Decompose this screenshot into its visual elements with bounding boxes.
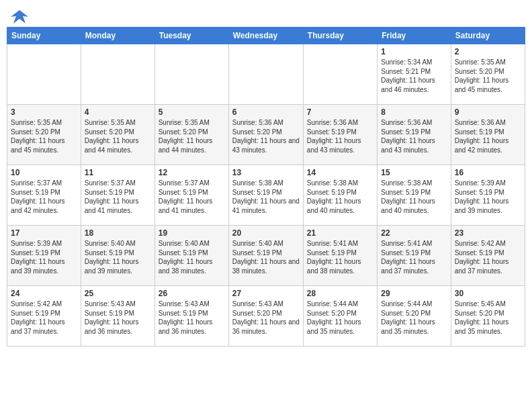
weekday-header: Friday <box>378 28 451 44</box>
day-number: 3 <box>11 107 77 117</box>
day-number: 12 <box>159 168 225 177</box>
day-info: Sunrise: 5:36 AM Sunset: 5:19 PM Dayligh… <box>455 118 521 154</box>
weekday-header: Tuesday <box>154 28 228 44</box>
day-number: 24 <box>11 289 77 298</box>
day-number: 22 <box>381 228 447 238</box>
calendar-day-cell <box>154 44 228 105</box>
day-number: 1 <box>381 47 447 56</box>
day-number: 17 <box>11 228 77 238</box>
day-info: Sunrise: 5:35 AM Sunset: 5:20 PM Dayligh… <box>85 118 151 154</box>
calendar-day-cell: 4Sunrise: 5:35 AM Sunset: 5:20 PM Daylig… <box>81 105 154 165</box>
day-number: 8 <box>381 107 447 117</box>
weekday-header: Sunday <box>7 28 81 44</box>
day-info: Sunrise: 5:36 AM Sunset: 5:20 PM Dayligh… <box>232 118 300 154</box>
day-info: Sunrise: 5:38 AM Sunset: 5:19 PM Dayligh… <box>307 179 373 215</box>
calendar-day-cell: 19Sunrise: 5:40 AM Sunset: 5:19 PM Dayli… <box>154 226 228 286</box>
calendar-day-cell <box>7 44 81 105</box>
weekday-header: Monday <box>81 28 154 44</box>
day-info: Sunrise: 5:37 AM Sunset: 5:19 PM Dayligh… <box>11 179 77 215</box>
calendar-day-cell: 30Sunrise: 5:45 AM Sunset: 5:20 PM Dayli… <box>451 286 525 347</box>
weekday-header: Wednesday <box>228 28 303 44</box>
calendar-week-row: 3Sunrise: 5:35 AM Sunset: 5:20 PM Daylig… <box>7 105 525 165</box>
day-info: Sunrise: 5:45 AM Sunset: 5:20 PM Dayligh… <box>455 300 521 336</box>
day-info: Sunrise: 5:35 AM Sunset: 5:20 PM Dayligh… <box>11 118 77 154</box>
calendar-day-cell: 21Sunrise: 5:41 AM Sunset: 5:19 PM Dayli… <box>303 226 377 286</box>
calendar-day-cell: 8Sunrise: 5:36 AM Sunset: 5:19 PM Daylig… <box>378 105 451 165</box>
day-info: Sunrise: 5:43 AM Sunset: 5:20 PM Dayligh… <box>232 300 300 336</box>
day-info: Sunrise: 5:38 AM Sunset: 5:19 PM Dayligh… <box>381 179 447 215</box>
weekday-header: Thursday <box>303 28 377 44</box>
calendar-day-cell: 12Sunrise: 5:37 AM Sunset: 5:19 PM Dayli… <box>154 165 228 226</box>
calendar-day-cell: 18Sunrise: 5:40 AM Sunset: 5:19 PM Dayli… <box>81 226 154 286</box>
day-info: Sunrise: 5:44 AM Sunset: 5:20 PM Dayligh… <box>381 300 447 336</box>
day-info: Sunrise: 5:41 AM Sunset: 5:19 PM Dayligh… <box>307 239 373 275</box>
day-info: Sunrise: 5:43 AM Sunset: 5:19 PM Dayligh… <box>85 300 151 336</box>
day-info: Sunrise: 5:40 AM Sunset: 5:19 PM Dayligh… <box>85 239 151 275</box>
day-number: 21 <box>307 228 373 238</box>
day-info: Sunrise: 5:35 AM Sunset: 5:20 PM Dayligh… <box>159 118 225 154</box>
calendar-day-cell: 16Sunrise: 5:39 AM Sunset: 5:19 PM Dayli… <box>451 165 525 226</box>
calendar-day-cell: 10Sunrise: 5:37 AM Sunset: 5:19 PM Dayli… <box>7 165 81 226</box>
header <box>7 7 525 21</box>
calendar-day-cell: 5Sunrise: 5:35 AM Sunset: 5:20 PM Daylig… <box>154 105 228 165</box>
day-number: 10 <box>11 168 77 177</box>
calendar-day-cell <box>228 44 303 105</box>
calendar-day-cell: 7Sunrise: 5:36 AM Sunset: 5:19 PM Daylig… <box>303 105 377 165</box>
day-info: Sunrise: 5:34 AM Sunset: 5:21 PM Dayligh… <box>381 58 447 94</box>
calendar-week-row: 10Sunrise: 5:37 AM Sunset: 5:19 PM Dayli… <box>7 165 525 226</box>
calendar-day-cell: 9Sunrise: 5:36 AM Sunset: 5:19 PM Daylig… <box>451 105 525 165</box>
day-info: Sunrise: 5:37 AM Sunset: 5:19 PM Dayligh… <box>159 179 225 215</box>
calendar-day-cell: 17Sunrise: 5:39 AM Sunset: 5:19 PM Dayli… <box>7 226 81 286</box>
calendar-day-cell: 6Sunrise: 5:36 AM Sunset: 5:20 PM Daylig… <box>228 105 303 165</box>
day-number: 2 <box>455 47 521 56</box>
day-number: 23 <box>455 228 521 238</box>
calendar-day-cell <box>303 44 377 105</box>
calendar-week-row: 24Sunrise: 5:42 AM Sunset: 5:19 PM Dayli… <box>7 286 525 347</box>
calendar-day-cell: 29Sunrise: 5:44 AM Sunset: 5:20 PM Dayli… <box>378 286 451 347</box>
day-info: Sunrise: 5:41 AM Sunset: 5:19 PM Dayligh… <box>381 239 447 275</box>
day-info: Sunrise: 5:38 AM Sunset: 5:19 PM Dayligh… <box>232 179 300 215</box>
calendar-week-row: 17Sunrise: 5:39 AM Sunset: 5:19 PM Dayli… <box>7 226 525 286</box>
day-info: Sunrise: 5:44 AM Sunset: 5:20 PM Dayligh… <box>307 300 373 336</box>
calendar-day-cell: 1Sunrise: 5:34 AM Sunset: 5:21 PM Daylig… <box>378 44 451 105</box>
calendar-day-cell: 13Sunrise: 5:38 AM Sunset: 5:19 PM Dayli… <box>228 165 303 226</box>
day-info: Sunrise: 5:35 AM Sunset: 5:20 PM Dayligh… <box>455 58 521 94</box>
calendar-day-cell: 23Sunrise: 5:42 AM Sunset: 5:19 PM Dayli… <box>451 226 525 286</box>
day-number: 11 <box>85 168 151 177</box>
calendar-day-cell: 2Sunrise: 5:35 AM Sunset: 5:20 PM Daylig… <box>451 44 525 105</box>
day-number: 25 <box>85 289 151 298</box>
day-number: 14 <box>307 168 373 177</box>
day-number: 28 <box>307 289 373 298</box>
calendar-header-row: SundayMondayTuesdayWednesdayThursdayFrid… <box>7 28 525 44</box>
day-info: Sunrise: 5:37 AM Sunset: 5:19 PM Dayligh… <box>85 179 151 215</box>
calendar-day-cell: 20Sunrise: 5:40 AM Sunset: 5:19 PM Dayli… <box>228 226 303 286</box>
day-info: Sunrise: 5:39 AM Sunset: 5:19 PM Dayligh… <box>455 179 521 215</box>
day-number: 5 <box>159 107 225 117</box>
day-info: Sunrise: 5:39 AM Sunset: 5:19 PM Dayligh… <box>11 239 77 275</box>
calendar-day-cell: 26Sunrise: 5:43 AM Sunset: 5:19 PM Dayli… <box>154 286 228 347</box>
day-number: 30 <box>455 289 521 298</box>
day-number: 27 <box>232 289 300 298</box>
logo-bird-icon <box>9 7 30 27</box>
calendar-day-cell: 14Sunrise: 5:38 AM Sunset: 5:19 PM Dayli… <box>303 165 377 226</box>
day-number: 7 <box>307 107 373 117</box>
day-info: Sunrise: 5:40 AM Sunset: 5:19 PM Dayligh… <box>159 239 225 275</box>
calendar-day-cell: 24Sunrise: 5:42 AM Sunset: 5:19 PM Dayli… <box>7 286 81 347</box>
calendar-day-cell: 11Sunrise: 5:37 AM Sunset: 5:19 PM Dayli… <box>81 165 154 226</box>
day-info: Sunrise: 5:36 AM Sunset: 5:19 PM Dayligh… <box>307 118 373 154</box>
weekday-header: Saturday <box>451 28 525 44</box>
calendar-day-cell: 22Sunrise: 5:41 AM Sunset: 5:19 PM Dayli… <box>378 226 451 286</box>
day-info: Sunrise: 5:43 AM Sunset: 5:19 PM Dayligh… <box>159 300 225 336</box>
svg-marker-0 <box>11 10 28 24</box>
day-info: Sunrise: 5:42 AM Sunset: 5:19 PM Dayligh… <box>455 239 521 275</box>
calendar-day-cell: 25Sunrise: 5:43 AM Sunset: 5:19 PM Dayli… <box>81 286 154 347</box>
calendar: SundayMondayTuesdayWednesdayThursdayFrid… <box>7 27 525 347</box>
day-info: Sunrise: 5:36 AM Sunset: 5:19 PM Dayligh… <box>381 118 447 154</box>
day-number: 18 <box>85 228 151 238</box>
calendar-week-row: 1Sunrise: 5:34 AM Sunset: 5:21 PM Daylig… <box>7 44 525 105</box>
calendar-day-cell: 15Sunrise: 5:38 AM Sunset: 5:19 PM Dayli… <box>378 165 451 226</box>
day-info: Sunrise: 5:42 AM Sunset: 5:19 PM Dayligh… <box>11 300 77 336</box>
day-number: 19 <box>159 228 225 238</box>
day-number: 26 <box>159 289 225 298</box>
day-number: 9 <box>455 107 521 117</box>
